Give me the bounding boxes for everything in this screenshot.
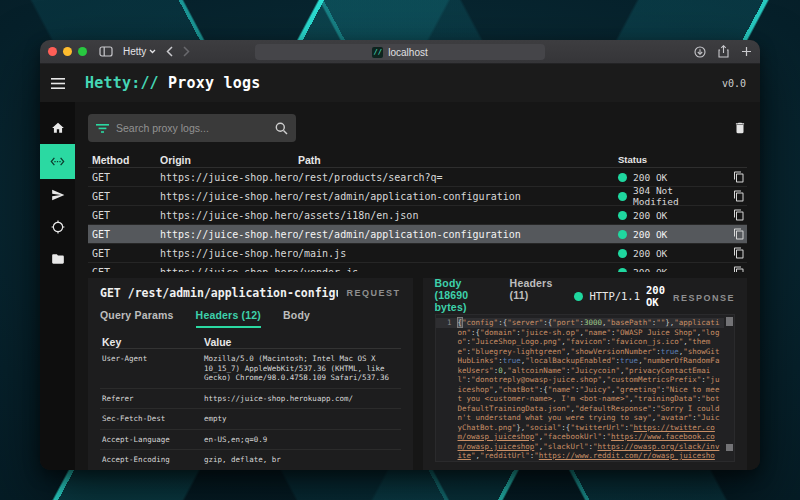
headers-table-header: Key Value xyxy=(100,336,401,349)
filter-icon[interactable] xyxy=(96,124,109,133)
status-dot xyxy=(618,211,627,220)
brand-label: Hetty:// xyxy=(85,74,159,92)
clear-logs-button[interactable] xyxy=(733,121,747,135)
send-icon xyxy=(51,188,65,202)
chevron-down-icon xyxy=(149,49,156,54)
trash-icon xyxy=(733,121,747,135)
request-tab[interactable]: Headers (12) xyxy=(196,309,261,328)
header-row: Referer https://juice-shop.herokuapp.com… xyxy=(100,389,401,410)
status-dot xyxy=(618,173,627,182)
log-table: Method Origin Path Status GET https://ju… xyxy=(88,152,747,272)
menu-icon[interactable] xyxy=(40,78,75,89)
table-row[interactable]: GET https://juice-shop.herokuapp.com /ve… xyxy=(88,263,747,272)
page-title: Hetty:// Proxy logs xyxy=(85,74,260,92)
copy-button[interactable] xyxy=(733,190,745,202)
copy-button[interactable] xyxy=(733,247,745,259)
browser-window: Hetty // localhost xyxy=(40,40,760,470)
table-row[interactable]: GET https://juice-shop.herokuapp.com /as… xyxy=(88,206,747,225)
header-row: Accept-Encoding gzip, deflate, br xyxy=(100,450,401,470)
copy-button[interactable] xyxy=(733,171,745,183)
table-row[interactable]: GET https://juice-shop.herokuapp.com /ma… xyxy=(88,244,747,263)
page-label: Proxy logs xyxy=(168,74,260,92)
forward-button[interactable] xyxy=(183,46,190,57)
row-path: /rest/admin/application-configuration xyxy=(298,229,618,240)
log-table-header: Method Origin Path Status xyxy=(88,152,747,168)
search-box[interactable] xyxy=(88,114,296,142)
scrollbar-thumb[interactable] xyxy=(726,317,733,326)
app-header: Hetty:// Proxy logs v0.0 xyxy=(40,64,760,102)
row-method: GET xyxy=(88,191,160,202)
copy-button[interactable] xyxy=(733,209,745,221)
share-icon[interactable] xyxy=(718,45,729,58)
zoom-window-button[interactable] xyxy=(78,47,87,56)
header-row: Accept-Language en-US,en;q=0.9 xyxy=(100,430,401,451)
sidebar-item-sender[interactable] xyxy=(40,179,75,211)
home-icon xyxy=(51,121,65,135)
back-button[interactable] xyxy=(166,46,173,57)
header-key: Sec-Fetch-Dest xyxy=(100,414,204,424)
traffic-lights xyxy=(48,47,87,56)
header-value: Mozilla/5.0 (Macintosh; Intel Mac OS X 1… xyxy=(204,354,401,383)
header-value: en-US,en;q=0.9 xyxy=(204,435,401,445)
sidebar-item-proxy-logs[interactable] xyxy=(40,144,75,179)
copy-icon xyxy=(733,190,745,202)
sidebar-item-scope[interactable] xyxy=(40,211,75,243)
row-method: GET xyxy=(88,172,160,183)
col-origin: Origin xyxy=(160,154,298,166)
copy-button[interactable] xyxy=(733,228,745,240)
response-body-editor[interactable]: 1 {"config":{"server":{"port":3000,"base… xyxy=(435,314,736,462)
log-rows: GET https://juice-shop.herokuapp.com /re… xyxy=(88,168,747,272)
row-origin: https://juice-shop.herokuapp.com xyxy=(160,210,298,221)
search-input[interactable] xyxy=(116,122,268,134)
copy-icon xyxy=(733,266,745,272)
headers-rows: User-Agent Mozilla/5.0 (Macintosh; Intel… xyxy=(100,349,401,470)
copy-button[interactable] xyxy=(733,266,745,272)
sidebar-item-home[interactable] xyxy=(40,112,75,144)
proxy-logs-icon xyxy=(50,154,65,169)
search-icon[interactable] xyxy=(275,122,288,135)
row-method: GET xyxy=(88,229,160,240)
target-icon xyxy=(51,220,65,234)
copy-icon xyxy=(733,171,745,183)
browser-app-menu[interactable]: Hetty xyxy=(123,46,156,57)
header-value: gzip, deflate, br xyxy=(204,455,401,465)
request-tabs: Query ParamsHeaders (12)Body xyxy=(100,308,401,328)
col-status: Status xyxy=(618,154,723,165)
header-key: Referer xyxy=(100,394,204,404)
header-value: empty xyxy=(204,414,401,424)
header-value: https://juice-shop.herokuapp.com/ xyxy=(204,394,401,404)
table-row[interactable]: GET https://juice-shop.herokuapp.com /re… xyxy=(88,187,747,206)
minimize-window-button[interactable] xyxy=(63,47,72,56)
new-tab-icon[interactable] xyxy=(741,46,752,57)
row-method: GET xyxy=(88,248,160,259)
response-tabs-row: Body (18690 bytes)Headers (11) HTTP/1.1 … xyxy=(435,288,736,308)
row-path: /rest/products/search?q= xyxy=(298,172,618,183)
scrollbar-thumb-bottom[interactable] xyxy=(726,444,733,451)
row-status: 200 OK xyxy=(618,210,723,221)
row-origin: https://juice-shop.herokuapp.com xyxy=(160,191,298,202)
request-tab[interactable]: Query Params xyxy=(100,309,174,328)
request-tab[interactable]: Body xyxy=(283,309,310,328)
row-path: /assets/i18n/en.json xyxy=(298,210,618,221)
header-row: User-Agent Mozilla/5.0 (Macintosh; Intel… xyxy=(100,349,401,389)
browser-sidebar-toggle-icon[interactable] xyxy=(99,46,113,57)
close-window-button[interactable] xyxy=(48,47,57,56)
status-dot xyxy=(618,192,627,201)
table-row[interactable]: GET https://juice-shop.herokuapp.com /re… xyxy=(88,225,747,244)
response-body-text: {"config":{"server":{"port":3000,"basePa… xyxy=(458,318,735,461)
toolbar xyxy=(88,114,747,142)
sidebar-item-projects[interactable] xyxy=(40,243,75,275)
status-dot xyxy=(618,249,627,258)
main-content: Method Origin Path Status GET https://ju… xyxy=(75,102,760,470)
editor-scrollbar[interactable] xyxy=(725,317,733,459)
address-bar[interactable]: // localhost xyxy=(255,44,545,60)
folder-icon xyxy=(51,252,65,266)
row-origin: https://juice-shop.herokuapp.com xyxy=(160,172,298,183)
row-path: /rest/admin/application-configuration xyxy=(298,191,618,202)
row-status: 200 OK xyxy=(618,248,723,259)
downloads-icon[interactable] xyxy=(694,46,706,58)
request-pane-label: REQUEST xyxy=(338,288,400,298)
response-status: HTTP/1.1 200 OK xyxy=(574,284,665,312)
response-pane: Body (18690 bytes)Headers (11) HTTP/1.1 … xyxy=(423,278,748,470)
line-number-gutter: 1 xyxy=(436,318,458,461)
